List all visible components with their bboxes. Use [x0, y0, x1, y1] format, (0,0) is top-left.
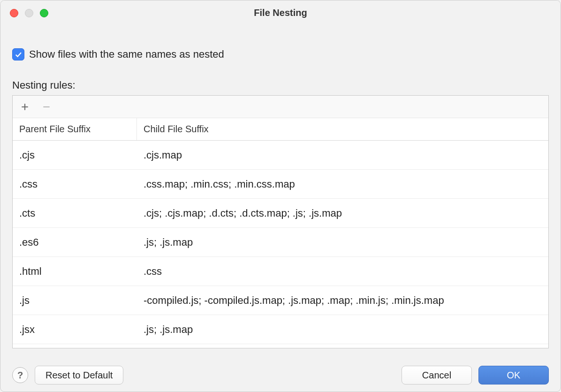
cell-parent-suffix[interactable]: .es6 [13, 228, 137, 256]
table-toolbar [13, 96, 548, 118]
show-nested-label: Show files with the same names as nested [29, 48, 224, 60]
reset-to-default-button[interactable]: Reset to Default [35, 366, 123, 384]
cell-parent-suffix[interactable]: .js [13, 286, 137, 315]
close-window-button[interactable] [10, 9, 18, 17]
cell-child-suffix[interactable]: .cjs.map [137, 141, 548, 169]
column-header-child[interactable]: Child File Suffix [137, 118, 548, 140]
rules-table-container: Parent File Suffix Child File Suffix .cj… [12, 95, 549, 348]
plus-icon [20, 102, 30, 112]
dialog-content: Show files with the same names as nested… [0, 25, 561, 348]
nesting-rules-label: Nesting rules: [12, 79, 549, 91]
table-row[interactable]: .jsx.js; .js.map [13, 315, 548, 344]
table-body[interactable]: .cjs.cjs.map.css.css.map; .min.css; .min… [13, 141, 548, 348]
table-row[interactable]: .html.css [13, 257, 548, 286]
minus-icon [42, 102, 51, 112]
cell-parent-suffix[interactable]: .html [13, 257, 137, 286]
cell-parent-suffix[interactable]: .jsx [13, 315, 137, 344]
minimize-window-button[interactable] [25, 9, 33, 17]
table-row[interactable]: .css.css.map; .min.css; .min.css.map [13, 170, 548, 199]
show-nested-option: Show files with the same names as nested [12, 48, 549, 60]
ok-button[interactable]: OK [478, 366, 549, 384]
table-header: Parent File Suffix Child File Suffix [13, 118, 548, 141]
cell-child-suffix[interactable]: .js; .js.map [137, 228, 548, 256]
cell-parent-suffix[interactable]: .cjs [13, 141, 137, 169]
cancel-button[interactable]: Cancel [402, 366, 472, 384]
cell-child-suffix[interactable]: .css.map; .min.css; .min.css.map [137, 170, 548, 198]
table-row[interactable]: .es6.js; .js.map [13, 228, 548, 257]
help-button[interactable]: ? [12, 367, 28, 383]
window-title: File Nesting [254, 8, 307, 18]
cell-parent-suffix[interactable]: .cts [13, 199, 137, 227]
table-row[interactable]: .cjs.cjs.map [13, 141, 548, 170]
cell-child-suffix[interactable]: -compiled.js; -compiled.js.map; .js.map;… [137, 286, 548, 315]
titlebar: File Nesting [0, 0, 561, 25]
show-nested-checkbox[interactable] [12, 48, 24, 60]
cell-child-suffix[interactable]: .js; .js.map [137, 315, 548, 344]
add-rule-button[interactable] [18, 100, 31, 113]
cell-child-suffix[interactable]: .cjs; .cjs.map; .d.cts; .d.cts.map; .js;… [137, 199, 548, 227]
column-header-parent[interactable]: Parent File Suffix [13, 118, 137, 140]
cell-parent-suffix[interactable]: .css [13, 170, 137, 198]
maximize-window-button[interactable] [40, 9, 48, 17]
cell-child-suffix[interactable]: .css [137, 257, 548, 286]
dialog-footer: ? Reset to Default Cancel OK [0, 359, 561, 392]
window-controls [10, 9, 48, 17]
checkmark-icon [14, 50, 23, 59]
remove-rule-button[interactable] [40, 100, 53, 113]
table-row[interactable]: .js-compiled.js; -compiled.js.map; .js.m… [13, 286, 548, 315]
table-row[interactable]: .cts.cjs; .cjs.map; .d.cts; .d.cts.map; … [13, 199, 548, 228]
